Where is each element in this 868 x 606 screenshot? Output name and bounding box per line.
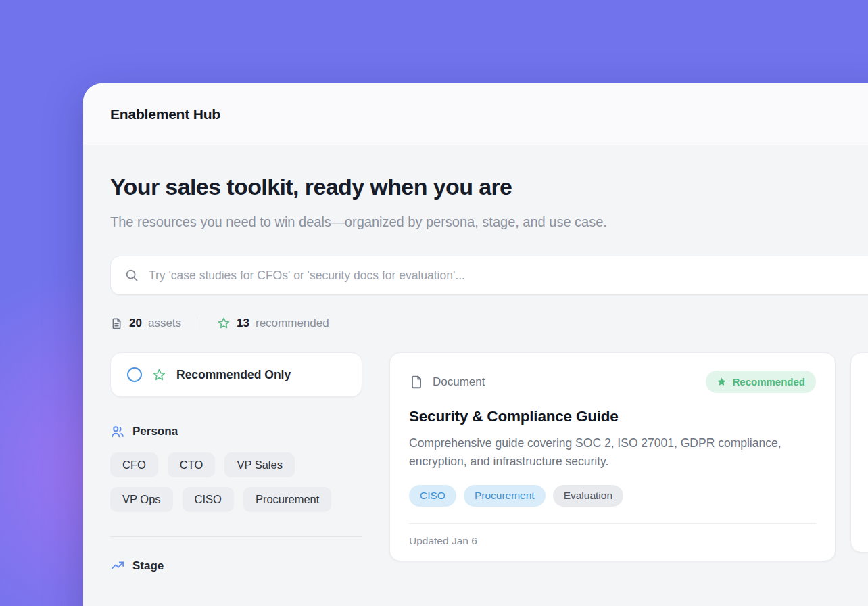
filters-divider — [110, 536, 362, 537]
star-icon — [217, 317, 231, 330]
persona-chip-cto[interactable]: CTO — [168, 452, 216, 477]
assets-count: 20 — [129, 317, 142, 330]
persona-chip-cfo[interactable]: CFO — [110, 452, 158, 477]
app-title: Enablement Hub — [110, 106, 220, 122]
card-description: Comprehensive guide covering SOC 2, ISO … — [409, 434, 808, 471]
persona-chips: CFO CTO VP Sales VP Ops CISO Procurement — [110, 452, 362, 512]
asset-cards: Document Recommended Security & Complian… — [389, 352, 868, 561]
filters-sidebar: Recommended Only Persona CFO — [110, 352, 362, 574]
recommended-only-label: Recommended Only — [176, 368, 291, 382]
card-title: Security & Compliance Guide — [409, 408, 816, 425]
users-icon — [110, 424, 125, 439]
assets-label: assets — [148, 317, 181, 330]
card-type: Document — [409, 375, 485, 390]
stage-section-header: Stage — [110, 559, 362, 574]
tag-procurement[interactable]: Procurement — [464, 485, 546, 507]
recommended-stat: 13 recommended — [217, 317, 329, 330]
persona-chip-procurement[interactable]: Procurement — [243, 487, 331, 512]
card-type-label: Document — [433, 375, 485, 389]
search-icon — [124, 268, 139, 283]
panel-header: Enablement Hub — [83, 83, 868, 145]
recommended-badge-label: Recommended — [732, 376, 805, 388]
persona-section-title: Persona — [132, 425, 178, 438]
document-icon — [110, 317, 123, 330]
search-input[interactable] — [149, 269, 867, 283]
stage-section-title: Stage — [132, 559, 164, 573]
persona-chip-vp-sales[interactable]: VP Sales — [224, 452, 295, 477]
toggle-circle-icon[interactable] — [127, 367, 142, 382]
star-filled-icon — [717, 377, 727, 387]
trending-up-icon — [110, 559, 125, 574]
asset-card-partial[interactable] — [850, 352, 868, 553]
recommended-label: recommended — [256, 317, 329, 330]
persona-chip-ciso[interactable]: CISO — [183, 487, 234, 512]
recommended-count: 13 — [237, 317, 249, 330]
persona-chip-vp-ops[interactable]: VP Ops — [110, 487, 173, 512]
assets-stat: 20 assets — [110, 317, 181, 330]
file-icon — [409, 375, 424, 390]
enablement-hub-panel: Enablement Hub Your sales toolkit, ready… — [83, 83, 868, 606]
asset-card-security-compliance-guide[interactable]: Document Recommended Security & Complian… — [389, 352, 836, 561]
tag-evaluation[interactable]: Evaluation — [553, 485, 623, 507]
recommended-only-toggle[interactable]: Recommended Only — [110, 352, 362, 397]
tag-ciso[interactable]: CISO — [409, 485, 456, 507]
search-bar[interactable] — [110, 256, 868, 295]
page-title: Your sales toolkit, ready when you are — [110, 174, 827, 200]
page-subtitle: The resources you need to win deals—orga… — [110, 210, 671, 234]
stats-divider — [199, 317, 199, 330]
persona-section-header: Persona — [110, 424, 362, 439]
card-tags: CISO Procurement Evaluation — [409, 485, 816, 507]
card-updated-date: Updated Jan 6 — [409, 523, 816, 561]
main-content: Your sales toolkit, ready when you are T… — [83, 145, 868, 574]
stats-row: 20 assets 13 recommended — [110, 317, 827, 330]
recommended-badge: Recommended — [706, 371, 816, 393]
star-icon — [152, 368, 166, 382]
